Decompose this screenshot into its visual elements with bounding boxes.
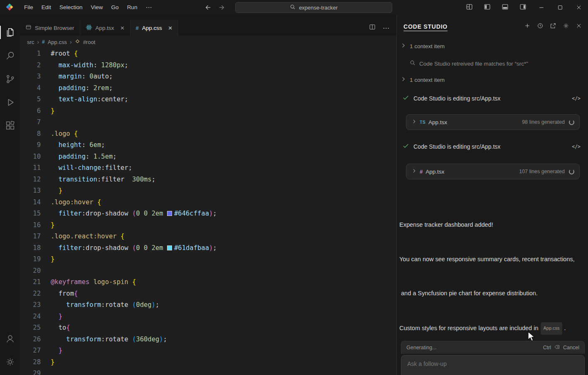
code-line[interactable]: 27 } bbox=[20, 345, 396, 357]
code-line[interactable]: 4 padding: 2rem; bbox=[20, 83, 396, 94]
code-tag-icon[interactable]: </> bbox=[572, 96, 581, 101]
line-number[interactable]: 7 bbox=[20, 117, 41, 128]
code-line[interactable]: 15 filter:drop-shadow (0 0 2em #646cffaa… bbox=[20, 208, 396, 220]
menu-file[interactable]: File bbox=[20, 0, 37, 15]
menu-run[interactable]: Run bbox=[123, 0, 142, 15]
code-text[interactable]: } bbox=[41, 254, 54, 265]
code-line[interactable]: 20 bbox=[20, 265, 396, 277]
followup-input-box[interactable] bbox=[401, 355, 585, 375]
code-line[interactable]: 7 bbox=[20, 117, 396, 128]
code-line[interactable]: 24 } bbox=[20, 311, 396, 323]
code-text[interactable]: } bbox=[41, 311, 62, 323]
code-text[interactable]: @keyframes logo-spin { bbox=[41, 277, 136, 288]
close-window-icon[interactable] bbox=[569, 0, 588, 15]
code-line[interactable]: 11 will-change:filter; bbox=[20, 162, 396, 174]
menu-go[interactable]: Go bbox=[107, 0, 123, 15]
line-number[interactable]: 12 bbox=[20, 174, 41, 186]
code-line[interactable]: 25 to{ bbox=[20, 322, 396, 334]
close-tab-icon[interactable]: × bbox=[121, 25, 125, 32]
code-line[interactable]: 6} bbox=[20, 105, 396, 117]
color-swatch[interactable] bbox=[167, 245, 172, 250]
open-in-editor-icon[interactable] bbox=[550, 22, 556, 31]
code-text[interactable]: .logo:hover { bbox=[41, 197, 101, 208]
code-text[interactable]: text-align:center; bbox=[41, 94, 128, 105]
line-number[interactable]: 11 bbox=[20, 162, 41, 174]
source-control-icon[interactable] bbox=[0, 67, 20, 91]
followup-input[interactable] bbox=[407, 360, 578, 367]
line-number[interactable]: 26 bbox=[20, 334, 41, 346]
line-number[interactable]: 4 bbox=[20, 83, 41, 94]
code-line[interactable]: 9 height: 6em; bbox=[20, 140, 396, 151]
line-number[interactable]: 9 bbox=[20, 140, 41, 151]
panel-settings-gear-icon[interactable] bbox=[563, 22, 569, 31]
code-line[interactable]: 22 from{ bbox=[20, 288, 396, 300]
close-tab-icon[interactable]: × bbox=[168, 25, 172, 32]
search-sidebar-icon[interactable] bbox=[0, 44, 20, 67]
code-text[interactable]: } bbox=[41, 185, 62, 197]
line-number[interactable]: 3 bbox=[20, 71, 41, 83]
code-text[interactable]: max-width: 1280px; bbox=[41, 60, 128, 71]
code-line[interactable]: 2 max-width: 1280px; bbox=[20, 60, 396, 71]
breadcrumb-src[interactable]: src bbox=[27, 39, 34, 45]
line-number[interactable]: 2 bbox=[20, 60, 41, 71]
code-text[interactable]: } bbox=[41, 220, 54, 231]
code-editor[interactable]: 1#root {2 max-width: 1280px;3 margin: 0a… bbox=[20, 48, 396, 375]
code-line[interactable]: 5 text-align:center; bbox=[20, 94, 396, 105]
history-icon[interactable] bbox=[537, 22, 544, 31]
code-text[interactable] bbox=[41, 368, 51, 375]
breadcrumb-symbol[interactable]: #root bbox=[83, 39, 96, 45]
code-text[interactable]: will-change:filter; bbox=[41, 162, 132, 174]
new-chat-plus-icon[interactable] bbox=[524, 22, 531, 31]
tab-simple-browser[interactable]: Simple Browser bbox=[20, 20, 80, 36]
menu-selection[interactable]: Selection bbox=[55, 0, 87, 15]
line-number[interactable]: 29 bbox=[20, 368, 41, 375]
line-number[interactable]: 15 bbox=[20, 208, 41, 220]
menu-edit[interactable]: Edit bbox=[37, 0, 55, 15]
line-number[interactable]: 19 bbox=[20, 254, 41, 265]
tab-app-tsx[interactable]: App.tsx × bbox=[80, 20, 130, 36]
code-text[interactable]: .logo.react:hover { bbox=[41, 231, 124, 243]
extensions-icon[interactable] bbox=[0, 114, 20, 137]
line-number[interactable]: 18 bbox=[20, 243, 41, 254]
generated-file-card[interactable]: TS App.tsx 98 lines generated bbox=[406, 114, 580, 130]
cancel-button[interactable]: Cancel bbox=[563, 345, 579, 350]
code-text[interactable]: height: 6em; bbox=[41, 140, 105, 151]
context-items-row[interactable]: 1 context item bbox=[397, 42, 588, 50]
menu-view[interactable]: View bbox=[87, 0, 107, 15]
generated-file-card[interactable]: # App.tsx 107 lines generated bbox=[406, 164, 580, 179]
menu-more-icon[interactable]: ⋯ bbox=[141, 0, 156, 15]
close-panel-icon[interactable] bbox=[576, 22, 582, 31]
line-number[interactable]: 28 bbox=[20, 357, 41, 368]
split-editor-icon[interactable] bbox=[369, 24, 376, 32]
code-text[interactable]: #root { bbox=[41, 48, 78, 60]
account-icon[interactable] bbox=[0, 327, 20, 350]
file-chip[interactable]: App.css bbox=[541, 322, 562, 335]
code-text[interactable]: } bbox=[41, 345, 62, 357]
code-text[interactable]: transform:rotate (360deg); bbox=[41, 334, 167, 346]
line-number[interactable]: 16 bbox=[20, 220, 41, 231]
tab-app-css[interactable]: # App.css × bbox=[130, 20, 178, 36]
line-number[interactable]: 21 bbox=[20, 277, 41, 288]
code-line[interactable]: 14.logo:hover { bbox=[20, 197, 396, 208]
context-items-row[interactable]: 1 context item bbox=[397, 76, 588, 83]
code-line[interactable]: 3 margin: 0auto; bbox=[20, 71, 396, 83]
code-text[interactable]: to{ bbox=[41, 322, 70, 334]
code-text[interactable]: } bbox=[41, 105, 54, 117]
line-number[interactable]: 22 bbox=[20, 288, 41, 300]
maximize-icon[interactable] bbox=[551, 0, 569, 15]
more-actions-icon[interactable]: ⋯ bbox=[383, 24, 390, 32]
code-line[interactable]: 19} bbox=[20, 254, 396, 265]
run-debug-icon[interactable] bbox=[0, 91, 20, 114]
line-number[interactable]: 27 bbox=[20, 345, 41, 357]
code-text[interactable]: } bbox=[41, 357, 54, 368]
code-line[interactable]: 18 filter:drop-shadow (0 0 2em #61dafbaa… bbox=[20, 243, 396, 254]
code-line[interactable]: 21@keyframes logo-spin { bbox=[20, 277, 396, 288]
minimize-icon[interactable] bbox=[532, 0, 551, 15]
code-text[interactable]: from{ bbox=[41, 288, 78, 300]
explorer-icon[interactable] bbox=[0, 21, 20, 44]
breadcrumb-file[interactable]: App.css bbox=[48, 39, 67, 45]
code-text[interactable]: padding: 2rem; bbox=[41, 83, 113, 94]
code-text[interactable]: transform:rotate (0deg); bbox=[41, 299, 159, 311]
code-line[interactable]: 28} bbox=[20, 357, 396, 368]
code-text[interactable] bbox=[41, 265, 51, 277]
